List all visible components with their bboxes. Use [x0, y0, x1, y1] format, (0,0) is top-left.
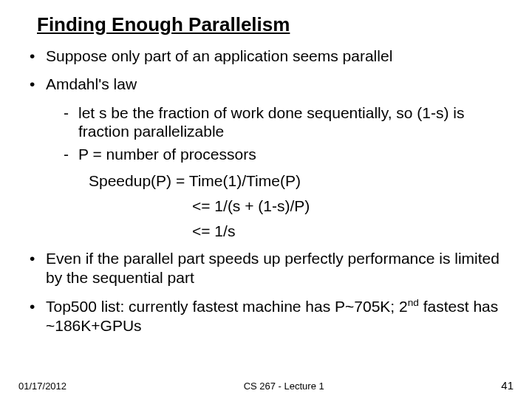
footer-page-number: 41 [501, 379, 514, 392]
bullet-dot: • [30, 75, 46, 94]
subbullet-processors: - P = number of processors [64, 145, 502, 163]
bullet-text: Suppose only part of an application seem… [46, 47, 392, 66]
footer-date: 01/17/2012 [18, 381, 66, 392]
subbullet-text: let s be the fraction of work done seque… [78, 103, 502, 140]
bullet-amdahl: • Amdahl's law [30, 75, 502, 94]
bullet-text: Top500 list: currently fastest machine h… [46, 297, 502, 336]
bullet-dot: • [30, 47, 46, 66]
bullet-limited: • Even if the parallel part speeds up pe… [30, 249, 502, 288]
subbullet-text: P = number of processors [78, 145, 256, 163]
footer-course: CS 267 - Lecture 1 [66, 381, 501, 392]
equation-bound1: <= 1/(s + (1-s)/P) [192, 197, 502, 215]
subbullet-fraction: - let s be the fraction of work done seq… [64, 103, 502, 140]
slide-footer: 01/17/2012 CS 267 - Lecture 1 41 [0, 379, 532, 392]
dash-icon: - [64, 145, 78, 163]
bullet-top500: • Top500 list: currently fastest machine… [30, 297, 502, 336]
equation-bound2: <= 1/s [192, 222, 502, 240]
bullet-dot: • [30, 297, 46, 336]
bullet-dot: • [30, 249, 46, 288]
equation-speedup: Speedup(P) = Time(1)/Time(P) [89, 172, 502, 190]
bullet-suppose: • Suppose only part of an application se… [30, 47, 502, 66]
dash-icon: - [64, 103, 78, 140]
bullet-text: Amdahl's law [46, 75, 137, 94]
bullet-text: Even if the parallel part speeds up perf… [46, 249, 502, 288]
slide-title: Finding Enough Parallelism [37, 13, 502, 36]
